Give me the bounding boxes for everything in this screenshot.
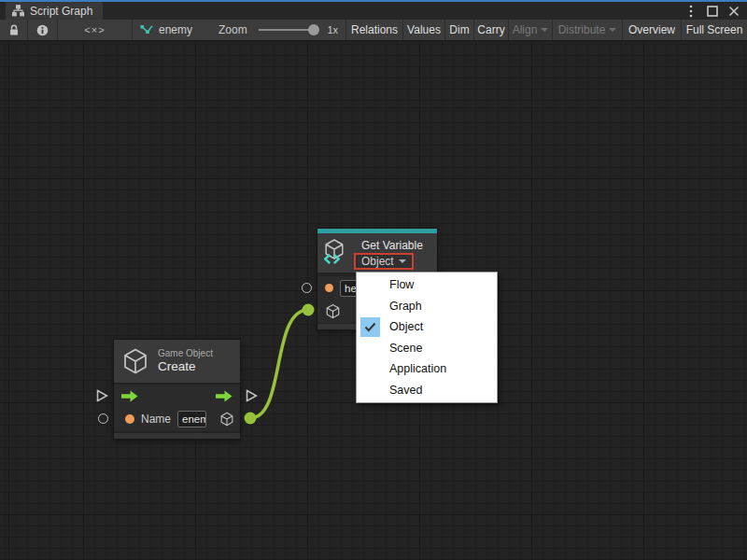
zoom-slider-handle[interactable] bbox=[308, 24, 319, 35]
variable-kind-menu: Flow Graph Object Scene Application Save… bbox=[356, 272, 498, 403]
kebab-menu-icon[interactable] bbox=[684, 4, 698, 19]
chevron-down-icon bbox=[541, 28, 548, 32]
graph-icon bbox=[140, 24, 153, 35]
distribute-button: Distribute bbox=[553, 20, 623, 40]
graph-context-segment: enemy Zoom 1x bbox=[133, 20, 346, 40]
graph-object-name: enemy bbox=[159, 23, 192, 36]
node-footer bbox=[114, 431, 240, 439]
variable-kind-dropdown[interactable]: Object bbox=[354, 253, 414, 270]
gameobject-cube-icon bbox=[121, 347, 149, 375]
align-button: Align bbox=[509, 20, 553, 40]
value-input-port-circle[interactable] bbox=[98, 413, 108, 424]
relations-button[interactable]: Relations bbox=[346, 20, 403, 40]
name-label: Name bbox=[141, 413, 171, 426]
menu-item-scene[interactable]: Scene bbox=[357, 338, 497, 359]
title-bar: Script Graph bbox=[0, 0, 747, 20]
menu-item-object[interactable]: Object bbox=[357, 316, 497, 338]
checkmark-box bbox=[360, 317, 380, 337]
zoom-slider[interactable] bbox=[259, 20, 318, 40]
name-input[interactable]: enemy bbox=[177, 411, 206, 427]
menu-item-graph[interactable]: Graph bbox=[357, 296, 497, 317]
get-variable-header: Get Variable Object bbox=[317, 233, 437, 273]
zoom-label: Zoom bbox=[218, 23, 247, 36]
create-header: Game Object Create bbox=[114, 340, 240, 383]
lock-icon bbox=[8, 24, 20, 36]
lock-button[interactable] bbox=[0, 20, 28, 40]
info-icon bbox=[36, 24, 49, 36]
node-title: Get Variable bbox=[361, 239, 423, 252]
tab-script-graph[interactable]: Script Graph bbox=[6, 2, 103, 20]
fullscreen-button[interactable]: Full Screen bbox=[682, 20, 747, 40]
code-icon: <×> bbox=[84, 24, 105, 35]
flow-output-port[interactable] bbox=[246, 389, 258, 406]
flow-in-arrow-icon[interactable] bbox=[121, 390, 138, 402]
flow-row bbox=[114, 385, 240, 407]
zoom-value: 1x bbox=[327, 24, 338, 35]
flow-out-arrow-icon[interactable] bbox=[216, 390, 233, 402]
dim-button[interactable]: Dim bbox=[445, 20, 474, 40]
code-angles-icon bbox=[324, 251, 340, 268]
chevron-down-icon bbox=[399, 259, 406, 263]
info-button[interactable] bbox=[28, 20, 58, 40]
flow-input-port[interactable] bbox=[96, 389, 108, 406]
string-port-icon[interactable] bbox=[325, 284, 333, 292]
tab-label: Script Graph bbox=[30, 5, 92, 18]
close-icon[interactable] bbox=[727, 4, 740, 19]
menu-item-flow[interactable]: Flow bbox=[357, 274, 497, 296]
name-row: Name enemy bbox=[114, 407, 240, 431]
values-button[interactable]: Values bbox=[403, 20, 445, 40]
menu-item-saved[interactable]: Saved bbox=[357, 380, 497, 401]
window-controls bbox=[684, 2, 743, 20]
graph-canvas[interactable]: Get Variable Object he bbox=[0, 41, 747, 560]
wire-endpoint-out bbox=[245, 413, 257, 425]
string-port-icon[interactable] bbox=[125, 414, 134, 424]
script-graph-icon bbox=[12, 5, 24, 17]
overview-button[interactable]: Overview bbox=[623, 20, 682, 40]
node-create-gameobject[interactable]: Game Object Create Name enemy bbox=[114, 340, 240, 439]
embed-code-button[interactable]: <×> bbox=[58, 20, 133, 40]
graph-toolbar: <×> enemy Zoom 1x Relations Values Dim C… bbox=[0, 20, 747, 41]
gameobject-port-cube-icon[interactable] bbox=[219, 412, 234, 427]
wire-endpoint-in bbox=[303, 304, 315, 316]
menu-item-application[interactable]: Application bbox=[357, 358, 497, 380]
input-port-circle[interactable] bbox=[302, 283, 312, 293]
chevron-down-icon bbox=[609, 28, 616, 32]
variable-kind-value: Object bbox=[361, 255, 394, 268]
create-body: Name enemy bbox=[114, 385, 240, 431]
gameobject-port-cube-icon[interactable] bbox=[325, 303, 341, 319]
node-category: Game Object bbox=[158, 348, 213, 359]
variable-cube-icon bbox=[323, 238, 349, 268]
node-title: Create bbox=[158, 359, 213, 374]
carry-button[interactable]: Carry bbox=[474, 20, 509, 40]
maximize-icon[interactable] bbox=[706, 4, 719, 19]
